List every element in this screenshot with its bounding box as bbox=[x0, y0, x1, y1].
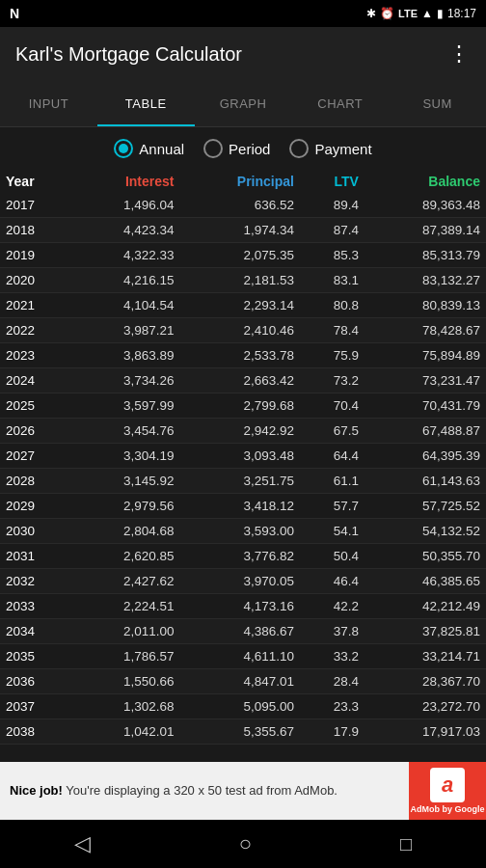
cell-principal: 2,410.46 bbox=[179, 318, 299, 343]
cell-interest: 1,302.68 bbox=[71, 694, 180, 719]
cell-ltv: 17.9 bbox=[300, 719, 364, 745]
cell-interest: 3,734.26 bbox=[71, 368, 180, 393]
cell-balance: 23,272.70 bbox=[364, 694, 486, 719]
cell-ltv: 78.4 bbox=[300, 318, 364, 343]
cell-ltv: 50.4 bbox=[300, 544, 364, 569]
cell-balance: 83,132.27 bbox=[364, 268, 486, 293]
recents-icon: □ bbox=[400, 833, 412, 855]
cell-ltv: 57.7 bbox=[300, 494, 364, 519]
ad-banner[interactable]: Nice job! Nice job! You're displaying a … bbox=[0, 762, 486, 820]
network-icon: N bbox=[10, 6, 19, 21]
cell-interest: 1,042.01 bbox=[71, 719, 180, 745]
cell-year: 2023 bbox=[0, 343, 71, 368]
col-header-principal: Principal bbox=[179, 170, 299, 193]
nav-home-button[interactable]: ○ bbox=[239, 831, 252, 856]
table-row: 2036 1,550.66 4,847.01 28.4 28,367.70 bbox=[0, 669, 486, 694]
cell-principal: 2,293.14 bbox=[179, 293, 299, 318]
cell-balance: 78,428.67 bbox=[364, 318, 486, 343]
nav-recents-button[interactable]: □ bbox=[400, 833, 412, 855]
cell-ltv: 87.4 bbox=[300, 218, 364, 243]
radio-payment[interactable]: Payment bbox=[289, 139, 371, 158]
cell-interest: 1,496.04 bbox=[71, 193, 180, 218]
table-row: 2021 4,104.54 2,293.14 80.8 80,839.13 bbox=[0, 293, 486, 318]
cell-principal: 3,776.82 bbox=[179, 544, 299, 569]
cell-balance: 33,214.71 bbox=[364, 644, 486, 669]
radio-annual-circle bbox=[114, 139, 133, 158]
cell-balance: 85,313.79 bbox=[364, 243, 486, 268]
cell-ltv: 70.4 bbox=[300, 393, 364, 419]
table-row: 2029 2,979.56 3,418.12 57.7 57,725.52 bbox=[0, 494, 486, 519]
admob-logo-icon: a bbox=[430, 768, 465, 802]
radio-period-circle bbox=[203, 139, 223, 158]
cell-ltv: 75.9 bbox=[300, 343, 364, 368]
tab-input[interactable]: INPUT bbox=[0, 81, 97, 126]
table-row: 2034 2,011.00 4,386.67 37.8 37,825.81 bbox=[0, 619, 486, 644]
radio-period-label: Period bbox=[229, 141, 270, 157]
cell-balance: 67,488.87 bbox=[364, 419, 486, 444]
signal-icon: ▲ bbox=[421, 7, 433, 20]
status-left: N bbox=[10, 6, 19, 21]
cell-principal: 4,847.01 bbox=[179, 669, 299, 694]
cell-principal: 636.52 bbox=[179, 193, 299, 218]
tab-table[interactable]: TABLE bbox=[97, 81, 195, 126]
admob-logo-text: AdMob by Google bbox=[411, 804, 485, 814]
cell-balance: 42,212.49 bbox=[364, 594, 486, 619]
cell-year: 2036 bbox=[0, 669, 71, 694]
menu-button[interactable]: ⋮ bbox=[448, 41, 471, 67]
cell-interest: 2,620.85 bbox=[71, 544, 180, 569]
cell-principal: 2,075.35 bbox=[179, 243, 299, 268]
ad-nice-job: Nice job! bbox=[10, 783, 63, 798]
cell-ltv: 23.3 bbox=[300, 694, 364, 719]
radio-period[interactable]: Period bbox=[203, 139, 270, 158]
cell-interest: 1,550.66 bbox=[71, 669, 180, 694]
cell-balance: 89,363.48 bbox=[364, 193, 486, 218]
radio-payment-label: Payment bbox=[314, 141, 371, 157]
cell-year: 2030 bbox=[0, 519, 71, 544]
col-header-balance: Balance bbox=[364, 170, 486, 193]
cell-balance: 54,132.52 bbox=[364, 519, 486, 544]
cell-principal: 5,355.67 bbox=[179, 719, 299, 745]
table-row: 2030 2,804.68 3,593.00 54.1 54,132.52 bbox=[0, 519, 486, 544]
time-display: 18:17 bbox=[447, 7, 476, 20]
lte-label: LTE bbox=[398, 8, 418, 19]
col-header-interest: Interest bbox=[71, 170, 180, 193]
nav-back-button[interactable]: ◁ bbox=[74, 831, 91, 856]
radio-annual[interactable]: Annual bbox=[114, 139, 184, 158]
cell-principal: 2,799.68 bbox=[179, 393, 299, 419]
cell-year: 2020 bbox=[0, 268, 71, 293]
cell-ltv: 85.3 bbox=[300, 243, 364, 268]
cell-year: 2025 bbox=[0, 393, 71, 419]
cell-ltv: 67.5 bbox=[300, 419, 364, 444]
cell-ltv: 64.4 bbox=[300, 444, 364, 469]
cell-interest: 4,423.34 bbox=[71, 218, 180, 243]
tab-bar: INPUT TABLE GRAPH CHART SUM bbox=[0, 81, 486, 127]
cell-interest: 2,979.56 bbox=[71, 494, 180, 519]
tab-graph[interactable]: GRAPH bbox=[195, 81, 292, 126]
table-row: 2032 2,427.62 3,970.05 46.4 46,385.65 bbox=[0, 569, 486, 594]
cell-year: 2022 bbox=[0, 318, 71, 343]
cell-interest: 2,427.62 bbox=[71, 569, 180, 594]
table-row: 2037 1,302.68 5,095.00 23.3 23,272.70 bbox=[0, 694, 486, 719]
cell-principal: 3,093.48 bbox=[179, 444, 299, 469]
cell-balance: 64,395.39 bbox=[364, 444, 486, 469]
cell-ltv: 89.4 bbox=[300, 193, 364, 218]
radio-payment-circle bbox=[289, 139, 309, 158]
cell-ltv: 61.1 bbox=[300, 469, 364, 494]
cell-ltv: 54.1 bbox=[300, 519, 364, 544]
cell-interest: 4,216.15 bbox=[71, 268, 180, 293]
tab-chart[interactable]: CHART bbox=[291, 81, 389, 126]
cell-year: 2038 bbox=[0, 719, 71, 745]
table-container[interactable]: Year Interest Principal LTV Balance 2017… bbox=[0, 170, 486, 810]
cell-interest: 1,786.57 bbox=[71, 644, 180, 669]
cell-year: 2026 bbox=[0, 419, 71, 444]
cell-interest: 2,011.00 bbox=[71, 619, 180, 644]
cell-balance: 46,385.65 bbox=[364, 569, 486, 594]
cell-balance: 37,825.81 bbox=[364, 619, 486, 644]
cell-interest: 3,304.19 bbox=[71, 444, 180, 469]
cell-year: 2035 bbox=[0, 644, 71, 669]
cell-balance: 17,917.03 bbox=[364, 719, 486, 745]
table-row: 2031 2,620.85 3,776.82 50.4 50,355.70 bbox=[0, 544, 486, 569]
cell-principal: 3,418.12 bbox=[179, 494, 299, 519]
tab-sum[interactable]: SUM bbox=[389, 81, 486, 126]
cell-year: 2019 bbox=[0, 243, 71, 268]
